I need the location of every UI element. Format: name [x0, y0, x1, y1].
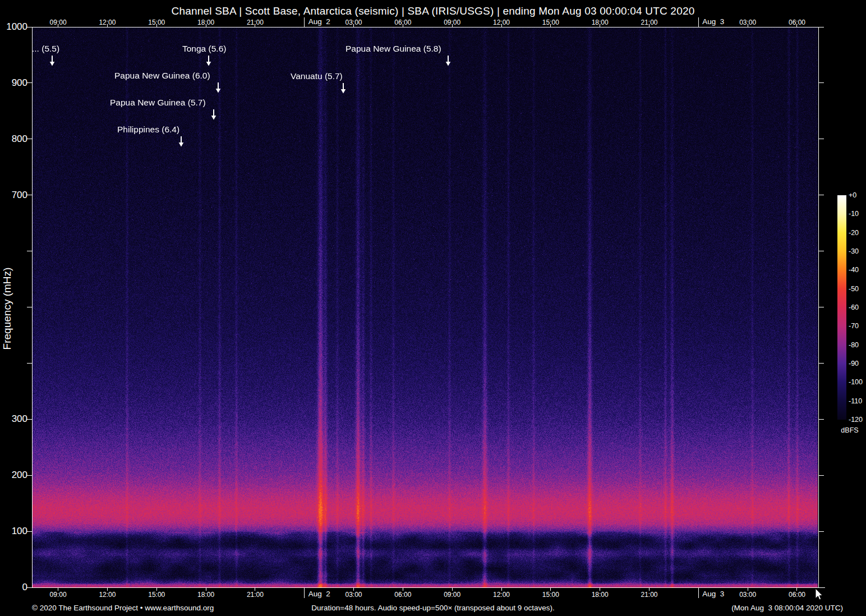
x-axis-label-bottom: 21:00 [641, 591, 657, 599]
event-label: Vanuatu (5.7) [291, 71, 343, 81]
y-axis-tick-right [819, 139, 824, 139]
colorbar-unit-label: dBFS [837, 426, 862, 434]
y-axis-tick [27, 531, 32, 532]
event-label: Papua New Guinea (5.7) [110, 98, 206, 108]
x-axis-label-bottom: 03:00 [739, 591, 756, 599]
x-axis-label-bottom: 21:00 [247, 591, 264, 599]
y-axis-tick [27, 139, 32, 139]
colorbar-tick-label: -100 [849, 378, 866, 386]
event-arrow-icon [49, 56, 56, 66]
event-arrow-icon [445, 56, 452, 66]
event-arrow-icon [340, 83, 347, 94]
y-axis-tick [27, 195, 32, 195]
x-axis-major-tick [304, 587, 305, 598]
footer-timestamp: (Mon Aug 3 08:00:04 2020 UTC) [731, 604, 843, 612]
x-axis-label-top: 15:00 [542, 19, 559, 26]
x-axis-label-bottom: 09:00 [50, 591, 67, 599]
x-axis-label-bottom: 12:00 [493, 591, 510, 599]
colorbar-tick-label: -30 [849, 247, 866, 255]
event-label: ... (5.5) [32, 44, 59, 54]
event-label: Papua New Guinea (6.0) [114, 71, 210, 81]
x-axis-label-bottom: 15:00 [148, 591, 165, 599]
y-axis-tick-right [819, 531, 824, 532]
y-axis-label: 300 [0, 413, 27, 425]
x-axis-label-bottom: Aug 3 [702, 590, 724, 598]
x-axis-label-top: 12:00 [493, 19, 510, 26]
colorbar-tick-label: -60 [849, 304, 866, 311]
x-axis-label-top: 21:00 [247, 19, 264, 26]
colorbar-tick-label: -70 [849, 322, 866, 330]
plot-top-spine [32, 27, 819, 27]
colorbar-tick-label: -10 [849, 210, 866, 218]
y-axis-tick-right [819, 27, 824, 27]
x-axis-label-top: 03:00 [346, 19, 362, 26]
plot-right-spine [818, 27, 819, 588]
y-axis-label: 200 [0, 470, 27, 481]
y-axis-tick-right [819, 363, 824, 364]
x-axis-label-bottom: 03:00 [346, 591, 362, 599]
event-label: Philippines (6.4) [117, 125, 179, 135]
x-axis-label-bottom: 15:00 [542, 591, 559, 599]
y-axis-tick-right [819, 82, 824, 83]
y-axis-label: 900 [0, 77, 27, 89]
y-axis-tick [27, 475, 32, 476]
colorbar-tick-label: -120 [849, 416, 866, 424]
x-axis-label-bottom: 06:00 [789, 591, 805, 599]
x-axis-label-top: 06:00 [789, 19, 805, 26]
y-axis-label: 800 [0, 134, 27, 145]
colorbar-gradient [837, 195, 846, 420]
colorbar-tick-label: -40 [849, 266, 866, 274]
y-axis-label: 1000 [0, 21, 27, 33]
spectrogram-heatmap [33, 27, 818, 587]
y-axis-tick-right [819, 251, 824, 251]
x-axis-label-top: 06:00 [394, 19, 411, 26]
y-axis-tick [27, 363, 32, 364]
y-axis-label: 0 [0, 582, 27, 593]
y-axis-tick [27, 82, 32, 83]
footer-copyright: © 2020 The Earthsound Project • www.eart… [32, 604, 214, 612]
y-axis-title: Frequency (mHz) [1, 238, 13, 379]
colorbar-tick-label: -50 [849, 285, 866, 293]
x-axis-label-top: 21:00 [641, 19, 657, 26]
colorbar-tick-label: -110 [849, 397, 866, 405]
x-axis-label-top: 12:00 [99, 19, 116, 26]
footer-duration: Duration=48 hours. Audio speed-up=500× (… [311, 604, 554, 612]
y-axis-tick-right [819, 195, 824, 195]
plot-left-spine [32, 27, 33, 588]
x-axis-major-tick [698, 17, 699, 27]
y-axis-tick [27, 251, 32, 251]
y-axis-tick-right [819, 307, 824, 307]
x-axis-major-tick [304, 17, 305, 27]
y-axis-label: 700 [0, 190, 27, 201]
spectrogram-screen: Channel SBA | Scott Base, Antarctica (se… [0, 0, 866, 616]
plot-bottom-spine [32, 587, 825, 588]
event-arrow-icon [178, 136, 185, 147]
event-arrow-icon [205, 56, 212, 66]
y-axis-tick [27, 307, 32, 307]
chart-title: Channel SBA | Scott Base, Antarctica (se… [0, 5, 866, 17]
x-axis-label-top: 18:00 [592, 19, 609, 26]
x-axis-label-bottom: 09:00 [444, 591, 460, 599]
x-axis-label-top: Aug 2 [308, 17, 330, 26]
mouse-cursor-icon [815, 588, 824, 601]
y-axis-tick [27, 27, 32, 27]
x-axis-label-top: 18:00 [197, 19, 214, 26]
x-axis-major-tick [698, 587, 699, 598]
colorbar-tick-label: -80 [849, 341, 866, 349]
event-label: Papua New Guinea (5.8) [346, 44, 441, 54]
event-arrow-icon [215, 82, 222, 93]
colorbar-tick-label: +0 [849, 191, 866, 199]
y-axis-tick-right [819, 475, 824, 476]
colorbar-tick-label: -90 [849, 360, 866, 367]
y-axis-tick [27, 419, 32, 420]
x-axis-label-bottom: 18:00 [197, 591, 214, 599]
x-axis-label-bottom: 18:00 [592, 591, 609, 599]
x-axis-label-top: 09:00 [50, 19, 67, 26]
y-axis-label: 100 [0, 526, 27, 537]
x-axis-label-top: Aug 3 [702, 17, 724, 26]
x-axis-label-top: 15:00 [148, 19, 165, 26]
x-axis-label-top: 09:00 [444, 19, 460, 26]
y-axis-tick-right [819, 419, 824, 420]
colorbar-tick-label: -20 [849, 229, 866, 237]
event-label: Tonga (5.6) [182, 44, 226, 54]
